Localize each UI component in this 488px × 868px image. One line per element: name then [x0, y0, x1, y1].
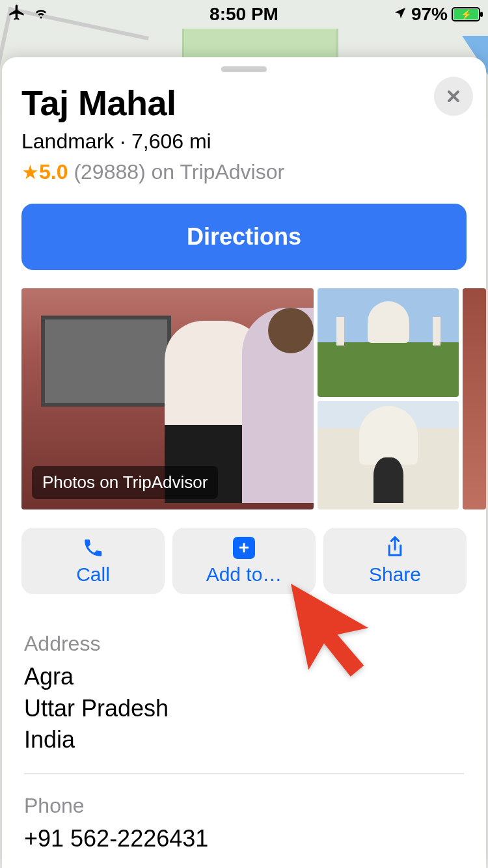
- star-icon: ★: [21, 161, 39, 183]
- phone-value[interactable]: +91 562-2226431: [24, 823, 464, 855]
- photo-strip[interactable]: Photos on TripAdvisor: [21, 288, 486, 509]
- status-bar: 8:50 PM 97% ⚡: [0, 0, 488, 29]
- place-title: Taj Mahal: [21, 83, 467, 123]
- photo-thumb-2[interactable]: [318, 401, 459, 509]
- sheet-grabber[interactable]: [221, 66, 267, 72]
- phone-label: Phone: [24, 794, 464, 818]
- share-button[interactable]: Share: [323, 528, 467, 594]
- phone-icon: [82, 536, 104, 560]
- add-to-label: Add to…: [206, 563, 282, 586]
- status-time: 8:50 PM: [0, 4, 488, 25]
- photo-thumb-1[interactable]: [318, 288, 459, 397]
- call-button[interactable]: Call: [21, 528, 165, 594]
- directions-button[interactable]: Directions: [21, 204, 467, 270]
- battery-icon: ⚡: [452, 7, 480, 21]
- directions-label: Directions: [187, 223, 301, 251]
- address-value[interactable]: Agra Uttar Pradesh India: [24, 661, 464, 756]
- plus-icon: +: [233, 536, 255, 560]
- add-to-button[interactable]: + Add to…: [172, 528, 316, 594]
- address-label: Address: [24, 632, 464, 656]
- close-button[interactable]: [434, 77, 473, 116]
- share-label: Share: [369, 563, 421, 586]
- photo-thumb-3[interactable]: [463, 288, 486, 509]
- place-sheet[interactable]: Taj Mahal Landmark · 7,606 mi ★5.0 (2988…: [2, 57, 486, 868]
- divider: [24, 773, 464, 774]
- place-subtitle: Landmark · 7,606 mi: [21, 129, 467, 154]
- call-label: Call: [76, 563, 110, 586]
- share-icon: [385, 536, 405, 560]
- photo-main[interactable]: Photos on TripAdvisor: [21, 288, 314, 509]
- photo-caption: Photos on TripAdvisor: [32, 466, 218, 499]
- rating-row[interactable]: ★5.0 (29888) on TripAdvisor: [21, 160, 467, 184]
